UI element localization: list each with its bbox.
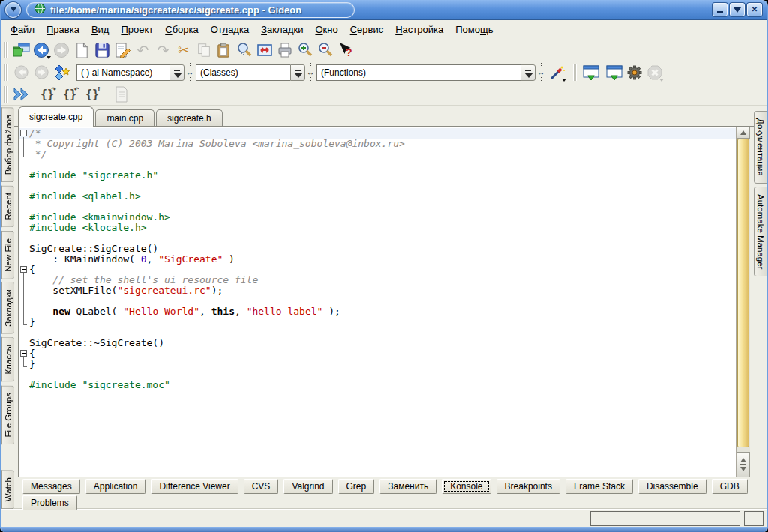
bottom-tab-Breakpoints[interactable]: Breakpoints [496,479,560,494]
tab-main.cpp[interactable]: main.cpp [95,109,154,127]
menu-Отладка[interactable]: Отладка [205,22,255,37]
bottom-tab-CVS[interactable]: CVS [244,479,279,494]
save-button[interactable] [92,40,112,61]
document-button[interactable] [111,85,131,105]
bottom-tab-Заменить[interactable]: Заменить [380,479,436,494]
run-continue-button[interactable] [11,85,32,105]
code-line[interactable]: { [19,348,736,359]
namespace-combo-dropdown[interactable] [170,64,184,81]
fold-marker[interactable] [19,265,29,275]
code-line[interactable]: #include <klocale.h> [19,223,736,233]
redo-button[interactable]: ↷ [153,40,173,61]
zoom-in-button[interactable] [295,40,315,61]
toolbar-splitter[interactable] [185,63,195,82]
close-button[interactable]: ✕ [747,3,762,16]
code-line[interactable]: SigCreate::~SigCreate() [19,338,736,348]
fold-collapse-icon[interactable] [20,266,27,273]
code-line[interactable]: SigCreate::SigCreate() [19,244,736,254]
bottom-tab-Messages[interactable]: Messages [22,479,80,494]
code-line[interactable]: new QLabel( "Hello World", this, "hello … [19,306,736,317]
fold-marker[interactable] [19,128,29,139]
zoom-out-button[interactable] [315,40,335,61]
code-editor[interactable]: /* * Copyright (C) 2003 Marina Soboleva … [19,127,736,477]
toolbar-handle[interactable] [4,86,8,103]
right-dock-tab-Документация[interactable]: Документация [754,111,766,184]
build-gear-button[interactable] [624,63,644,83]
left-dock-tab-File Groups[interactable]: File Groups [2,385,14,444]
tab-sigcreate.h[interactable]: sigcreate.h [156,109,223,127]
left-dock-tab-New File[interactable]: New File [2,231,14,279]
code-line[interactable]: : KMainWindow( 0, "SigCreate" ) [19,254,736,265]
left-dock-tab-Классы[interactable]: Классы [2,337,14,382]
right-dock-tab-Automake Manager[interactable]: Automake Manager [754,187,766,276]
nav-back-button[interactable] [11,63,32,83]
menu-Настройка[interactable]: Настройка [389,22,449,37]
menu-Сборка[interactable]: Сборка [159,22,205,37]
find-button[interactable] [234,40,254,61]
code-line[interactable]: { [19,265,736,275]
bottom-tab-Frame Stack[interactable]: Frame Stack [566,479,633,494]
stop-button[interactable] [644,63,664,83]
nav-forward-button[interactable] [32,63,52,83]
fullscreen-button[interactable] [254,40,274,61]
scroll-up-button[interactable] [736,127,750,139]
code-line[interactable]: #include <kmainwindow.h> [19,212,736,223]
code-line[interactable]: */ [19,149,736,160]
scrollbar-thumb[interactable] [737,139,749,447]
undo-button[interactable]: ↶ [133,40,153,61]
bottom-tab-Grep[interactable]: Grep [338,479,375,494]
menu-Файл[interactable]: Файл [4,22,40,37]
scrollbar-track[interactable] [736,139,750,452]
left-dock-tab-Recent[interactable]: Recent [2,185,14,227]
dock-window-button[interactable] [580,63,601,83]
code-line[interactable] [19,296,736,306]
dock-window-button[interactable] [604,63,624,83]
classes-combo-dropdown[interactable] [290,64,305,81]
bottom-tab-Application[interactable]: Application [86,479,146,494]
toolbar-splitter[interactable] [536,63,546,82]
save-as-button[interactable] [112,40,133,61]
titlebar[interactable]: file:/home/marina/sigcreate/src/sigcreat… [0,0,768,20]
minimize-button[interactable] [712,3,728,16]
back-button[interactable] [32,40,52,61]
open-file-button[interactable] [11,40,32,61]
functions-combo[interactable]: (Functions) [316,64,520,81]
bottom-tab-GDB[interactable]: GDB [712,479,748,494]
code-line[interactable]: #include "sigcreate.moc" [19,380,736,390]
brace-step-out-button[interactable]: ↑ [82,85,102,104]
code-line[interactable] [19,181,736,191]
code-line[interactable]: #include <qlabel.h> [19,191,736,202]
whats-this-button[interactable]: ? [335,40,356,61]
menu-Закладки[interactable]: Закладки [255,22,309,37]
code-line[interactable]: // set the shell's ui resource file [19,275,736,285]
code-line[interactable] [19,327,736,338]
toolbar-splitter[interactable] [306,63,316,82]
code-line[interactable] [19,369,736,380]
code-line[interactable]: } [19,359,736,369]
code-line[interactable]: setXMLFile("sigcreateui.rc"); [19,285,736,296]
window-menu-button[interactable] [5,2,21,18]
bottom-tab-Difference Viewer[interactable]: Difference Viewer [151,479,238,494]
scroll-buttons[interactable] [736,452,750,477]
menu-Правка[interactable]: Правка [40,22,86,37]
menu-Окно[interactable]: Окно [309,22,344,37]
copy-button[interactable] [194,40,214,61]
code-line[interactable] [19,233,736,244]
toolbar-handle[interactable] [4,42,8,58]
code-line[interactable] [19,160,736,170]
fold-marker[interactable] [19,348,29,359]
tab-sigcreate.cpp[interactable]: sigcreate.cpp [18,106,94,127]
brace-next-function-button[interactable]: ↷ [38,85,57,104]
fold-collapse-icon[interactable] [20,350,27,357]
forward-button[interactable] [52,40,72,61]
functions-combo-dropdown[interactable] [520,64,536,81]
code-line[interactable]: * Copyright (C) 2003 Marina Soboleva <ma… [19,139,736,149]
fold-collapse-icon[interactable] [20,130,27,136]
menu-Вид[interactable]: Вид [86,22,116,37]
menu-Помощь[interactable]: Помощь [449,22,499,37]
code-line[interactable]: } [19,317,736,327]
left-dock-tab-Выбор файлов[interactable]: Выбор файлов [2,107,14,182]
new-file-button[interactable] [72,40,92,61]
cut-button[interactable]: ✂ [173,40,194,61]
brace-prev-function-button[interactable]: ↶ [60,85,80,104]
